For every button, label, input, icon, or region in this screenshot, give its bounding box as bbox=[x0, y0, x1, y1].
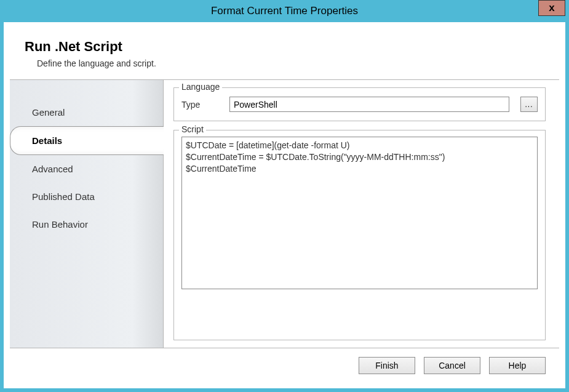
sidebar-item-label: Advanced bbox=[32, 164, 73, 174]
sidebar-item-label: Published Data bbox=[32, 191, 95, 202]
window-title: Format Current Time Properties bbox=[211, 5, 358, 17]
page-subtitle: Define the language and script. bbox=[37, 58, 544, 68]
sidebar-item-label: Run Behavior bbox=[32, 219, 88, 230]
script-fieldset: Script bbox=[173, 130, 546, 340]
browse-button[interactable]: ... bbox=[520, 97, 538, 112]
language-fieldset: Language Type ... bbox=[173, 87, 546, 121]
sidebar-item-published-data[interactable]: Published Data bbox=[10, 183, 163, 210]
script-legend: Script bbox=[179, 124, 206, 134]
dialog-content: General Details Advanced Published Data … bbox=[10, 80, 559, 348]
language-row: Type ... bbox=[181, 97, 538, 112]
sidebar-item-general[interactable]: General bbox=[10, 98, 163, 126]
close-button[interactable]: x bbox=[538, 0, 565, 16]
dialog-window: Format Current Time Properties x Run .Ne… bbox=[0, 0, 569, 392]
script-textarea[interactable] bbox=[181, 137, 538, 289]
type-label: Type bbox=[181, 100, 218, 110]
titlebar: Format Current Time Properties x bbox=[4, 0, 565, 22]
main-panel: Language Type ... Script bbox=[164, 80, 559, 348]
dialog-inner: Run .Net Script Define the language and … bbox=[9, 28, 560, 383]
sidebar-item-label: General bbox=[32, 107, 65, 118]
sidebar-item-label: Details bbox=[32, 135, 62, 146]
cancel-button[interactable]: Cancel bbox=[424, 357, 480, 374]
finish-button[interactable]: Finish bbox=[359, 357, 415, 374]
sidebar-item-run-behavior[interactable]: Run Behavior bbox=[10, 210, 163, 238]
sidebar: General Details Advanced Published Data … bbox=[10, 80, 164, 348]
sidebar-item-advanced[interactable]: Advanced bbox=[10, 155, 163, 183]
help-button[interactable]: Help bbox=[489, 357, 546, 374]
language-legend: Language bbox=[179, 82, 222, 92]
dialog-footer: Finish Cancel Help bbox=[10, 348, 559, 382]
dialog-header: Run .Net Script Define the language and … bbox=[10, 29, 559, 80]
sidebar-item-details[interactable]: Details bbox=[10, 126, 164, 155]
close-icon: x bbox=[549, 2, 554, 14]
page-title: Run .Net Script bbox=[25, 39, 544, 55]
type-input[interactable] bbox=[229, 97, 509, 112]
ellipsis-icon: ... bbox=[525, 100, 533, 109]
